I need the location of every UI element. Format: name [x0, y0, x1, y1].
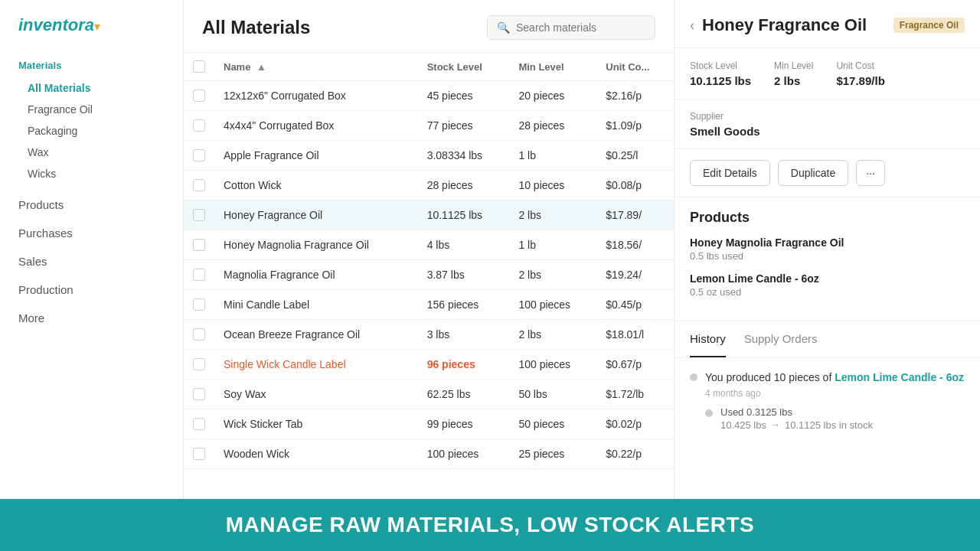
table-row[interactable]: 4x4x4" Corrugated Box 77 pieces 28 piece… — [184, 111, 674, 141]
history-link[interactable]: Lemon Lime Candle - 6oz — [835, 371, 964, 383]
row-checkbox[interactable] — [193, 179, 205, 191]
row-name: 12x12x6" Corrugated Box — [214, 81, 418, 111]
sidebar-sub-item-packaging[interactable]: Packaging — [0, 120, 183, 142]
table-row[interactable]: Apple Fragrance Oil 3.08334 lbs 1 lb $0.… — [184, 141, 674, 171]
sidebar-item-purchases[interactable]: Purchases — [0, 219, 183, 247]
row-checkbox[interactable] — [193, 209, 205, 221]
stat-min-value: 2 lbs — [774, 74, 813, 87]
row-unit: $18.56/ — [596, 230, 674, 260]
row-unit: $1.09/p — [596, 111, 674, 141]
tab-supply-orders[interactable]: Supply Orders — [744, 321, 818, 357]
products-section: Products Honey Magnolia Fragrance Oil 0.… — [675, 197, 980, 321]
stat-min-label: Min Level — [774, 60, 813, 71]
supplier-label: Supplier — [690, 111, 965, 122]
sidebar-main-items: ProductsPurchasesSalesProductionMore — [0, 191, 183, 332]
table-row[interactable]: Mini Candle Label 156 pieces 100 pieces … — [184, 290, 674, 320]
sub-history-item: Used 0.3125 lbs 10.425 lbs → 10.1125 lbs… — [705, 406, 965, 431]
row-checkbox[interactable] — [193, 119, 205, 132]
row-stock: 4 lbs — [418, 230, 510, 260]
duplicate-button[interactable]: Duplicate — [778, 160, 848, 186]
materials-tbody: 12x12x6" Corrugated Box 45 pieces 20 pie… — [184, 81, 674, 469]
list-title: All Materials — [202, 17, 475, 38]
row-min: 25 pieces — [509, 439, 596, 469]
row-stock: 45 pieces — [418, 81, 510, 111]
history-time: 4 months ago — [705, 388, 965, 399]
logo-dot: ▾ — [94, 20, 100, 33]
row-name: Ocean Breeze Fragrance Oil — [214, 320, 418, 350]
sidebar-item-products[interactable]: Products — [0, 191, 183, 219]
sidebar-sub-items: All MaterialsFragrance OilPackagingWaxWi… — [0, 77, 183, 184]
history-text: You produced 10 pieces of Lemon Lime Can… — [705, 370, 965, 386]
history-item: You produced 10 pieces of Lemon Lime Can… — [690, 370, 965, 431]
product-item: Honey Magnolia Fragrance Oil 0.5 lbs use… — [690, 236, 965, 262]
row-name: 4x4x4" Corrugated Box — [214, 111, 418, 141]
table-row[interactable]: Ocean Breeze Fragrance Oil 3 lbs 2 lbs $… — [184, 320, 674, 350]
row-min: 100 pieces — [509, 290, 596, 320]
stat-unit: Unit Cost $17.89/lb — [836, 60, 884, 87]
materials-list: All Materials 🔍 Name ▲ Stock Level Min L… — [184, 0, 674, 499]
stat-stock-label: Stock Level — [690, 60, 751, 71]
tab-history[interactable]: History — [690, 321, 726, 357]
more-options-button[interactable]: ··· — [856, 160, 885, 186]
row-checkbox[interactable] — [193, 298, 205, 311]
search-input[interactable] — [516, 21, 639, 34]
row-checkbox[interactable] — [193, 388, 205, 400]
row-checkbox[interactable] — [193, 269, 205, 281]
table-row[interactable]: Cotton Wick 28 pieces 10 pieces $0.08/p — [184, 171, 674, 201]
sidebar-item-production[interactable]: Production — [0, 276, 183, 304]
select-all-checkbox[interactable] — [193, 60, 205, 73]
sidebar-item-sales[interactable]: Sales — [0, 247, 183, 276]
row-checkbox[interactable] — [193, 90, 205, 102]
supplier-section: Supplier Smell Goods — [675, 100, 980, 149]
table-row[interactable]: Single Wick Candle Label 96 pieces 100 p… — [184, 350, 674, 380]
table-row[interactable]: 12x12x6" Corrugated Box 45 pieces 20 pie… — [184, 81, 674, 111]
sidebar-sub-item-all-materials[interactable]: All Materials — [0, 77, 183, 99]
tabs-section: HistorySupply Orders — [675, 321, 980, 358]
stock-change: 10.425 lbs → 10.1125 lbs in stock — [720, 419, 873, 431]
row-min: 10 pieces — [509, 171, 596, 201]
product-name: Lemon Lime Candle - 6oz — [690, 272, 965, 285]
row-checkbox[interactable] — [193, 328, 205, 341]
table-row[interactable]: Honey Fragrance Oil 10.1125 lbs 2 lbs $1… — [184, 201, 674, 230]
detail-panel: ‹ Honey Fragrance Oil Fragrance Oil Stoc… — [674, 0, 980, 499]
products-list: Honey Magnolia Fragrance Oil 0.5 lbs use… — [690, 236, 965, 298]
row-name: Honey Fragrance Oil — [214, 201, 418, 230]
row-checkbox[interactable] — [193, 358, 205, 370]
row-checkbox[interactable] — [193, 239, 205, 251]
stat-unit-value: $17.89/lb — [836, 74, 884, 87]
row-min: 1 lb — [509, 230, 596, 260]
sidebar-item-more[interactable]: More — [0, 304, 183, 332]
row-unit: $0.08/p — [596, 171, 674, 201]
tabs-row: HistorySupply Orders — [690, 321, 965, 357]
row-unit: $2.16/p — [596, 81, 674, 111]
row-checkbox[interactable] — [193, 418, 205, 430]
sidebar-sub-item-fragrance-oil[interactable]: Fragrance Oil — [0, 99, 183, 120]
row-unit: $0.25/l — [596, 141, 674, 171]
edit-details-button[interactable]: Edit Details — [690, 160, 770, 186]
back-button[interactable]: ‹ — [690, 18, 694, 34]
row-name: Single Wick Candle Label — [214, 350, 418, 380]
row-checkbox[interactable] — [193, 448, 205, 460]
table-row[interactable]: Magnolia Fragrance Oil 3.87 lbs 2 lbs $1… — [184, 260, 674, 290]
table-row[interactable]: Wick Sticker Tab 99 pieces 50 pieces $0.… — [184, 409, 674, 439]
row-name: Apple Fragrance Oil — [214, 141, 418, 171]
col-stock: Stock Level — [418, 53, 510, 81]
products-section-title: Products — [690, 210, 965, 226]
table-row[interactable]: Honey Magnolia Fragrance Oil 4 lbs 1 lb … — [184, 230, 674, 260]
row-checkbox[interactable] — [193, 149, 205, 161]
sidebar-sub-item-wicks[interactable]: Wicks — [0, 163, 183, 184]
sidebar-section-materials[interactable]: Materials — [0, 54, 183, 77]
stat-min: Min Level 2 lbs — [774, 60, 813, 87]
table-row[interactable]: Wooden Wick 100 pieces 25 pieces $0.22/p — [184, 439, 674, 469]
sidebar-sub-item-wax[interactable]: Wax — [0, 142, 183, 163]
product-used: 0.5 oz used — [690, 286, 965, 298]
row-name: Cotton Wick — [214, 171, 418, 201]
row-stock: 3 lbs — [418, 320, 510, 350]
col-name: Name ▲ — [214, 53, 418, 81]
detail-header: ‹ Honey Fragrance Oil Fragrance Oil — [675, 0, 980, 48]
col-min: Min Level — [509, 53, 596, 81]
product-name: Honey Magnolia Fragrance Oil — [690, 236, 965, 249]
row-min: 2 lbs — [509, 320, 596, 350]
row-min: 50 lbs — [509, 380, 596, 409]
table-row[interactable]: Soy Wax 62.25 lbs 50 lbs $1.72/lb — [184, 380, 674, 409]
